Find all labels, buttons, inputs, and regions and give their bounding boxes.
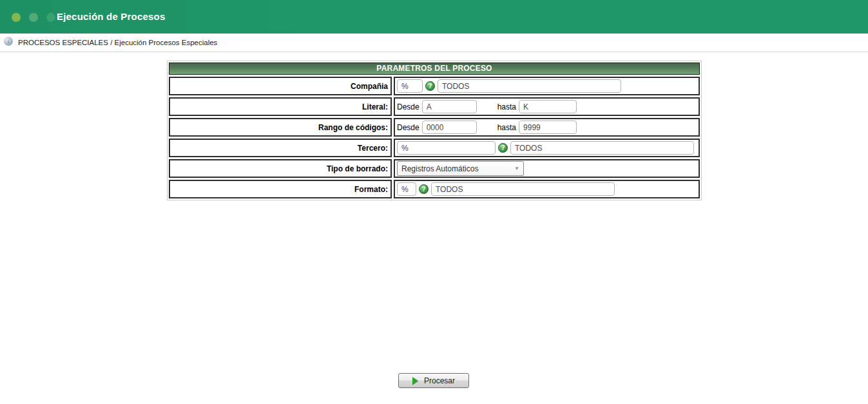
chevron-down-icon: ▼	[514, 166, 519, 171]
header-dots	[12, 13, 55, 22]
literal-label-cell: Literal:	[169, 97, 392, 116]
tipo-borrado-select[interactable]: Registros Automáticos ▼	[397, 161, 524, 176]
compania-code-input[interactable]	[397, 79, 423, 93]
row-tipo-borrado: Tipo de borrado: Registros Automáticos ▼	[169, 159, 700, 178]
compania-value-cell: ?	[394, 77, 700, 95]
row-tercero: Tercero: ?	[169, 139, 700, 157]
row-rango-codigos: Rango de códigos: Desde hasta	[169, 118, 700, 137]
help-icon[interactable]: ?	[425, 81, 435, 91]
row-formato: Formato: ?	[169, 180, 700, 198]
literal-value-cell: Desde hasta	[394, 97, 700, 116]
compania-label-cell: Compañia	[169, 77, 392, 95]
compania-desc-input[interactable]	[438, 79, 621, 93]
rango-desde-label: Desde	[397, 123, 420, 132]
page-title: Ejecución de Procesos	[57, 11, 165, 22]
literal-hasta-label: hasta	[497, 102, 516, 111]
breadcrumb: PROCESOS ESPECIALES / Ejecución Procesos…	[18, 39, 217, 46]
formato-code-input[interactable]	[397, 182, 416, 196]
literal-hasta-input[interactable]	[519, 100, 577, 113]
help-icon[interactable]: ?	[498, 143, 508, 153]
play-icon	[412, 377, 418, 385]
panel-title: PARAMETROS DEL PROCESO	[169, 63, 700, 75]
literal-desde-input[interactable]	[422, 100, 477, 113]
procesar-button-label: Procesar	[424, 376, 455, 385]
tipo-borrado-selected-value: Registros Automáticos	[401, 164, 478, 173]
rango-value-cell: Desde hasta	[394, 118, 700, 137]
row-compania: Compañia ?	[169, 77, 700, 95]
rango-label: Rango de códigos:	[318, 123, 388, 132]
tercero-code-input[interactable]	[397, 141, 496, 155]
header-dot-3	[46, 13, 55, 22]
breadcrumb-bar: ↓ PROCESOS ESPECIALES / Ejecución Proces…	[0, 34, 868, 52]
formato-label-cell: Formato:	[169, 180, 392, 198]
tercero-desc-input[interactable]	[510, 141, 694, 155]
rango-hasta-input[interactable]	[519, 120, 577, 134]
app-header: Ejecución de Procesos	[0, 0, 868, 34]
tercero-value-cell: ?	[394, 139, 700, 157]
tipo-borrado-label-cell: Tipo de borrado:	[169, 159, 392, 178]
tipo-borrado-value-cell: Registros Automáticos ▼	[394, 159, 700, 178]
rango-label-cell: Rango de códigos:	[169, 118, 392, 137]
compania-label: Compañia	[351, 82, 388, 91]
header-dot-1	[12, 13, 21, 22]
parameters-panel: PARAMETROS DEL PROCESO Compañia ? Litera…	[167, 61, 702, 200]
tercero-label: Tercero:	[358, 144, 388, 153]
row-literal: Literal: Desde hasta	[169, 97, 700, 116]
formato-desc-input[interactable]	[431, 182, 615, 196]
down-arrow-orb-icon[interactable]: ↓	[4, 37, 13, 46]
procesar-button[interactable]: Procesar	[398, 373, 469, 388]
tipo-borrado-label: Tipo de borrado:	[327, 164, 388, 173]
rango-desde-input[interactable]	[422, 120, 477, 134]
literal-desde-label: Desde	[397, 102, 420, 111]
formato-value-cell: ?	[394, 180, 700, 198]
header-dot-2	[29, 13, 38, 22]
tercero-label-cell: Tercero:	[169, 139, 392, 157]
formato-label: Formato:	[354, 185, 388, 194]
help-icon[interactable]: ?	[419, 184, 429, 194]
rango-hasta-label: hasta	[497, 123, 516, 132]
literal-label: Literal:	[362, 102, 388, 111]
